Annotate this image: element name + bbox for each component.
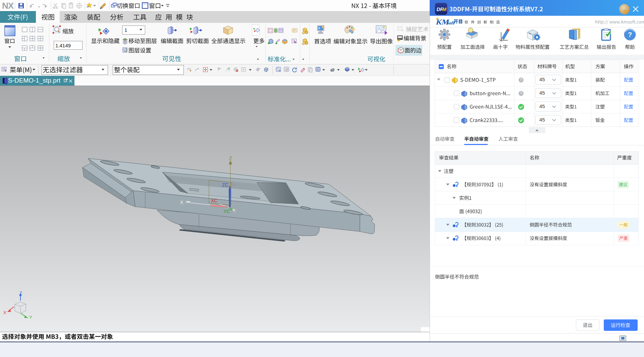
svg-text:Soft: Soft (446, 20, 455, 26)
svg-text:M: M (442, 6, 447, 12)
svg-text:?: ? (628, 31, 632, 38)
